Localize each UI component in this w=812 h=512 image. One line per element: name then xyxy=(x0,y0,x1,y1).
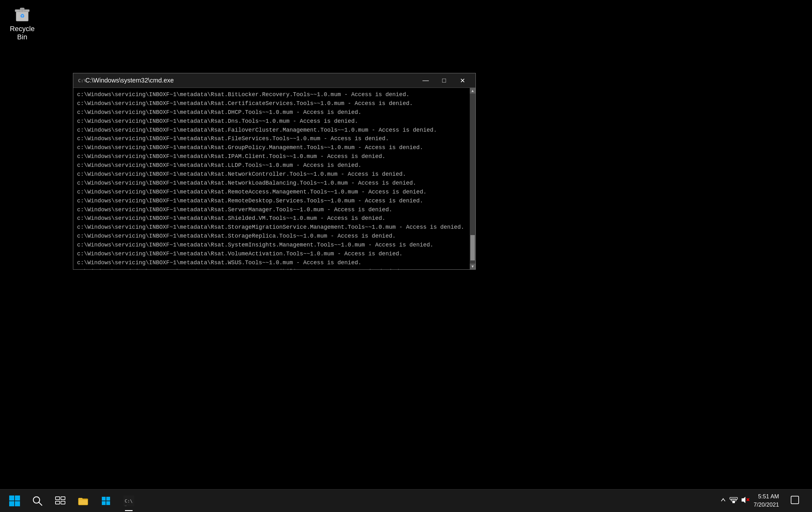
scroll-track[interactable] xyxy=(470,93,475,264)
cmd-titlebar-icon: C:\ xyxy=(77,77,85,85)
file-explorer-icon xyxy=(78,495,88,506)
store-icon xyxy=(100,495,111,506)
svg-rect-16 xyxy=(61,497,65,500)
cmd-titlebar: C:\ C:\Windows\system32\cmd.exe — □ ✕ xyxy=(73,73,475,88)
task-view-button[interactable] xyxy=(49,489,72,512)
clock-time: 5:51 AM xyxy=(758,493,779,501)
svg-rect-23 xyxy=(106,501,110,505)
file-explorer-button[interactable] xyxy=(72,489,94,512)
cmd-title: C:\Windows\system32\cmd.exe xyxy=(85,77,416,84)
volume-icon-button[interactable] xyxy=(741,496,751,506)
svg-rect-20 xyxy=(102,497,106,501)
search-button[interactable] xyxy=(26,489,49,512)
notification-button[interactable] xyxy=(787,495,803,506)
scroll-thumb[interactable] xyxy=(470,235,475,260)
task-view-icon xyxy=(55,495,66,506)
store-button[interactable] xyxy=(94,489,117,512)
taskbar-clock[interactable]: 5:51 AM 7/20/2021 xyxy=(754,493,779,509)
svg-text:♻: ♻ xyxy=(20,13,24,19)
svg-rect-9 xyxy=(9,495,14,501)
taskbar-right-area: 5:51 AM 7/20/2021 xyxy=(720,493,803,509)
clock-date: 7/20/2021 xyxy=(754,501,779,509)
svg-rect-10 xyxy=(15,495,20,501)
cmd-taskbar-button[interactable]: C:\ _ xyxy=(117,489,140,512)
cmd-window: C:\ C:\Windows\system32\cmd.exe — □ ✕ c:… xyxy=(73,73,476,269)
windows-logo-icon xyxy=(9,495,20,507)
scroll-up-arrow[interactable]: ▲ xyxy=(470,88,475,93)
svg-rect-22 xyxy=(102,501,106,505)
recycle-bin-svg: ♻ xyxy=(13,5,31,23)
svg-text:_: _ xyxy=(125,502,127,506)
svg-rect-17 xyxy=(56,501,60,504)
svg-rect-15 xyxy=(56,497,60,500)
cmd-taskbar-icon: C:\ _ xyxy=(123,495,134,506)
show-hidden-icons-button[interactable] xyxy=(720,497,726,505)
taskbar: C:\ _ xyxy=(0,489,812,512)
close-button[interactable]: ✕ xyxy=(453,73,472,88)
network-icon-button[interactable] xyxy=(729,496,738,506)
desktop: ♻ Recycle Bin C:\ C:\Windows\system32\cm… xyxy=(0,0,812,512)
svg-rect-12 xyxy=(15,501,20,506)
scroll-down-arrow[interactable]: ▼ xyxy=(470,264,475,269)
svg-text:C:\: C:\ xyxy=(78,78,85,83)
network-icon xyxy=(729,496,738,504)
recycle-bin-icon[interactable]: ♻ Recycle Bin xyxy=(3,3,41,43)
maximize-button[interactable]: □ xyxy=(435,73,453,88)
start-button[interactable] xyxy=(3,489,26,512)
cmd-output[interactable]: c:\Windows\servicing\INBOXF~1\metadata\R… xyxy=(73,88,470,269)
volume-icon xyxy=(741,496,751,504)
svg-line-14 xyxy=(39,503,42,505)
notification-icon xyxy=(790,495,799,504)
chevron-up-icon xyxy=(720,497,726,503)
recycle-bin-label: Recycle Bin xyxy=(5,25,39,41)
svg-rect-11 xyxy=(9,501,14,506)
svg-rect-33 xyxy=(791,496,799,504)
svg-marker-30 xyxy=(742,497,745,503)
minimize-button[interactable]: — xyxy=(416,73,435,88)
search-icon xyxy=(32,495,43,506)
cmd-scrollbar[interactable]: ▲ ▼ xyxy=(470,88,475,269)
cmd-body: c:\Windows\servicing\INBOXF~1\metadata\R… xyxy=(73,88,475,269)
svg-point-13 xyxy=(33,497,40,503)
svg-rect-21 xyxy=(106,497,110,501)
svg-rect-18 xyxy=(61,501,65,504)
